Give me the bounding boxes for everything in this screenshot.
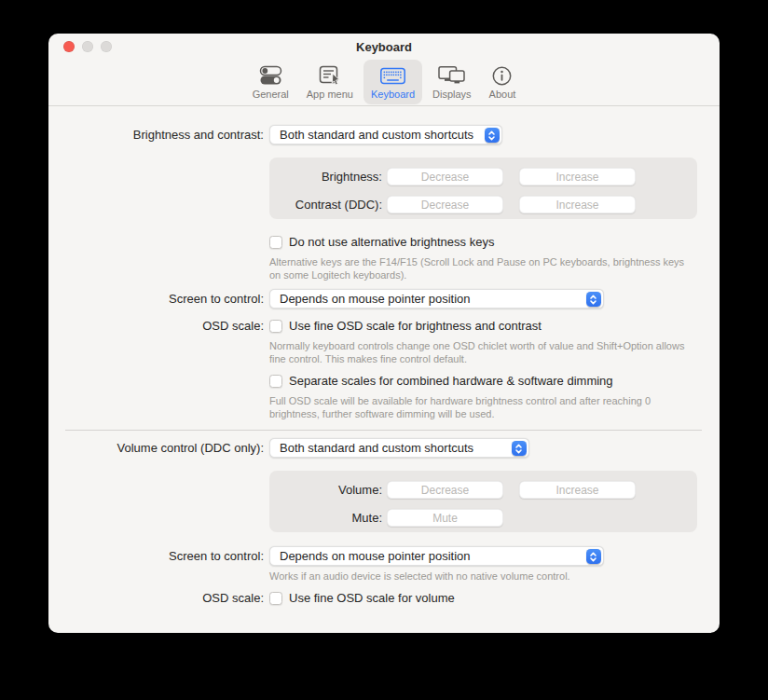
osd-scale-row: OSD scale: Use fine OSD scale for bright… — [48, 319, 720, 333]
zoom-button[interactable] — [101, 41, 112, 52]
settings-pane: Brightness and contrast: Both standard a… — [48, 106, 720, 605]
contrast-label: Contrast (DDC): — [269, 198, 382, 212]
tab-keyboard[interactable]: Keyboard — [363, 60, 422, 104]
screen-to-control-label: Screen to control: — [48, 549, 264, 563]
popup-value: Both standard and custom shortcuts — [280, 128, 473, 142]
popup-chevrons-icon — [485, 128, 500, 143]
popup-chevrons-icon — [586, 549, 601, 564]
traffic-lights — [63, 41, 112, 52]
screen-to-control-row: Screen to control: Depends on mouse poin… — [48, 289, 720, 309]
alt-keys-label: Do not use alternative brightness keys — [289, 235, 494, 249]
volume-screen-to-control-row: Screen to control: Depends on mouse poin… — [48, 546, 720, 566]
window-title: Keyboard — [356, 40, 412, 54]
volume-increase-button[interactable]: Increase — [519, 481, 636, 499]
toolbar: General App menu — [48, 60, 720, 105]
brightness-increase-button[interactable]: Increase — [519, 168, 636, 185]
separate-scales-help-text: Full OSD scale will be available for har… — [269, 394, 694, 420]
volume-screen-help-text: Works if an audio device is selected wit… — [269, 570, 694, 583]
brightness-label: Brightness: — [269, 170, 382, 184]
volume-decrease-button[interactable]: Decrease — [387, 481, 503, 499]
volume-fine-osd-label: Use fine OSD scale for volume — [289, 591, 455, 605]
menu-cursor-icon — [318, 63, 342, 88]
tab-label: App menu — [307, 89, 353, 100]
volume-osd-scale-row: OSD scale: Use fine OSD scale for volume — [48, 591, 720, 605]
tab-label: General — [253, 89, 289, 100]
contrast-row: Contrast (DDC): Decrease Increase — [269, 196, 697, 213]
displays-icon — [437, 63, 466, 88]
titlebar: Keyboard — [48, 34, 720, 60]
volume-shortcut-row: Volume control (DDC only): Both standard… — [48, 438, 720, 458]
volume-shortcuts-groupbox: Volume: Decrease Increase Mute: Mute — [269, 471, 697, 532]
brightness-contrast-label: Brightness and contrast: — [48, 128, 264, 142]
keyboard-icon — [379, 63, 406, 88]
volume-row: Volume: Decrease Increase — [269, 481, 697, 499]
volume-screen-to-control-popup[interactable]: Depends on mouse pointer position — [269, 546, 604, 566]
close-button[interactable] — [63, 41, 75, 52]
screen-to-control-label: Screen to control: — [48, 292, 264, 306]
tab-about[interactable]: About — [482, 60, 524, 104]
tab-label: Displays — [432, 89, 472, 100]
popup-chevrons-icon — [586, 292, 601, 307]
separate-scales-checkbox[interactable] — [269, 375, 282, 388]
screen-to-control-popup[interactable]: Depends on mouse pointer position — [269, 289, 604, 309]
brightness-decrease-button[interactable]: Decrease — [387, 168, 503, 185]
contrast-increase-button[interactable]: Increase — [519, 196, 636, 213]
alt-keys-row: Do not use alternative brightness keys — [269, 235, 720, 249]
brightness-row: Brightness: Decrease Increase — [269, 168, 697, 185]
section-divider — [65, 430, 702, 431]
volume-control-label: Volume control (DDC only): — [48, 441, 264, 455]
separate-scales-row: Separate scales for combined hardware & … — [269, 374, 720, 388]
brightness-shortcut-popup[interactable]: Both standard and custom shortcuts — [269, 125, 502, 144]
tab-general[interactable]: General — [245, 60, 296, 104]
volume-shortcut-popup[interactable]: Both standard and custom shortcuts — [269, 438, 529, 458]
fine-osd-checkbox[interactable] — [269, 320, 282, 333]
mute-label: Mute: — [269, 511, 382, 525]
osd-scale-label: OSD scale: — [48, 591, 264, 605]
tab-displays[interactable]: Displays — [425, 60, 479, 104]
alt-keys-checkbox[interactable] — [269, 236, 282, 249]
separate-scales-label: Separate scales for combined hardware & … — [289, 374, 613, 388]
brightness-shortcut-row: Brightness and contrast: Both standard a… — [48, 125, 720, 144]
mute-button[interactable]: Mute — [387, 509, 503, 527]
popup-value: Depends on mouse pointer position — [280, 549, 471, 563]
osd-scale-label: OSD scale: — [48, 319, 264, 333]
contrast-decrease-button[interactable]: Decrease — [387, 196, 503, 213]
mute-row: Mute: Mute — [269, 509, 697, 527]
tab-label: Keyboard — [371, 89, 415, 100]
brightness-shortcuts-groupbox: Brightness: Decrease Increase Contrast (… — [269, 158, 697, 219]
tab-label: About — [489, 89, 516, 100]
volume-label: Volume: — [269, 483, 382, 497]
popup-value: Depends on mouse pointer position — [280, 292, 471, 306]
tab-app-menu[interactable]: App menu — [299, 60, 361, 104]
alt-keys-help-text: Alternative keys are the F14/F15 (Scroll… — [269, 255, 694, 281]
minimize-button[interactable] — [82, 41, 93, 52]
preferences-window: Keyboard General — [48, 34, 720, 633]
fine-osd-label: Use fine OSD scale for brightness and co… — [289, 319, 542, 333]
info-icon — [491, 63, 513, 88]
volume-fine-osd-checkbox[interactable] — [269, 592, 282, 605]
popup-value: Both standard and custom shortcuts — [280, 441, 473, 455]
popup-chevrons-icon — [512, 441, 527, 456]
fine-osd-help-text: Normally keyboard controls change one OS… — [269, 339, 694, 365]
toggles-icon — [258, 63, 283, 88]
